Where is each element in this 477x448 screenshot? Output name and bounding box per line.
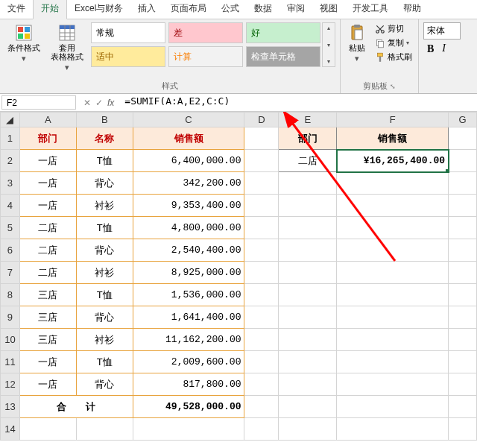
col-header-D[interactable]: D xyxy=(244,113,279,127)
cell-C8[interactable]: 1,536,000.00 xyxy=(133,284,244,306)
row-header-8[interactable]: 8 xyxy=(1,284,20,306)
row-header-11[interactable]: 11 xyxy=(1,351,20,373)
tab-help[interactable]: 帮助 xyxy=(396,0,429,19)
cell-C7[interactable]: 8,925,000.00 xyxy=(133,262,244,283)
cell-C5[interactable]: 4,800,000.00 xyxy=(133,217,244,239)
col-header-E[interactable]: E xyxy=(279,113,337,127)
cell-A3[interactable]: 一店 xyxy=(20,172,76,194)
col-header-B[interactable]: B xyxy=(76,113,133,127)
tab-layout[interactable]: 页面布局 xyxy=(163,0,214,19)
cell-B12[interactable]: 背心 xyxy=(77,373,133,395)
italic-button[interactable]: I xyxy=(439,42,449,56)
row-header-14[interactable]: 14 xyxy=(1,418,20,441)
cell-C3[interactable]: 342,200.00 xyxy=(133,172,244,194)
cell-A7[interactable]: 二店 xyxy=(20,262,76,283)
tab-formulas[interactable]: 公式 xyxy=(214,0,247,19)
tab-file[interactable]: 文件 xyxy=(0,0,33,19)
cell-A1[interactable]: 部门 xyxy=(20,127,76,149)
conditional-format-button[interactable]: 条件格式▾ xyxy=(4,22,43,64)
cell-A6[interactable]: 二店 xyxy=(20,239,76,261)
row-header-5[interactable]: 5 xyxy=(1,217,20,239)
cell-styles-gallery[interactable]: 常规 差 好 适中 计算 检查单元格 xyxy=(91,22,320,67)
cell-C1[interactable]: 销售额 xyxy=(133,127,244,149)
tab-dev[interactable]: 开发工具 xyxy=(345,0,396,19)
tab-view[interactable]: 视图 xyxy=(312,0,345,19)
fx-icon[interactable]: fx xyxy=(107,98,114,108)
cell-A11[interactable]: 一店 xyxy=(20,351,76,373)
style-bad[interactable]: 差 xyxy=(168,22,243,43)
style-good[interactable]: 好 xyxy=(246,22,320,43)
tab-home[interactable]: 开始 xyxy=(33,0,67,19)
cell-A13[interactable]: 合 计 xyxy=(20,396,133,417)
cell-A10[interactable]: 三店 xyxy=(20,329,76,350)
cell-A2[interactable]: 一店 xyxy=(20,150,76,171)
name-box[interactable] xyxy=(1,95,76,110)
cell-B7[interactable]: 衬衫 xyxy=(77,262,133,283)
col-header-F[interactable]: F xyxy=(337,113,449,127)
cell-B1[interactable]: 名称 xyxy=(77,127,133,149)
cell-C2[interactable]: 6,400,000.00 xyxy=(133,150,244,171)
row-header-13[interactable]: 13 xyxy=(1,396,20,418)
cell-G2[interactable] xyxy=(449,150,476,171)
row-header-3[interactable]: 3 xyxy=(1,172,20,195)
row-header-12[interactable]: 12 xyxy=(1,373,20,396)
font-name-select[interactable]: 宋体 xyxy=(423,22,461,40)
cell-E1[interactable]: 部门 xyxy=(279,127,336,149)
cell-C11[interactable]: 2,009,600.00 xyxy=(133,351,244,373)
cell-D2[interactable] xyxy=(244,150,278,171)
cell-C4[interactable]: 9,353,400.00 xyxy=(133,195,244,216)
formula-input[interactable]: =SUMIF(A:A,E2,C:C) xyxy=(120,94,477,111)
cell-B4[interactable]: 衬衫 xyxy=(77,195,133,216)
cell-C12[interactable]: 817,800.00 xyxy=(133,373,244,395)
style-neutral[interactable]: 适中 xyxy=(91,46,165,67)
worksheet[interactable]: ◢ A B C D E F G 1 部门 名称 销售额 部门 销售额 2 一店 … xyxy=(0,112,477,441)
cell-B5[interactable]: T恤 xyxy=(77,217,133,239)
cell-B11[interactable]: T恤 xyxy=(77,351,133,373)
style-normal[interactable]: 常规 xyxy=(91,22,165,43)
paste-button[interactable]: 粘贴▾ xyxy=(345,22,369,64)
style-check[interactable]: 检查单元格 xyxy=(246,46,320,67)
bold-button[interactable]: B xyxy=(423,42,437,56)
cell-B8[interactable]: T恤 xyxy=(77,284,133,306)
col-header-C[interactable]: C xyxy=(133,113,244,127)
cell-B10[interactable]: 衬衫 xyxy=(77,329,133,350)
format-painter-button[interactable]: 格式刷 xyxy=(373,51,414,63)
cell-C6[interactable]: 2,540,400.00 xyxy=(133,239,244,261)
cell-A5[interactable]: 二店 xyxy=(20,217,76,239)
select-all-corner[interactable]: ◢ xyxy=(1,113,20,127)
row-header-1[interactable]: 1 xyxy=(1,127,20,150)
cell-F2[interactable]: ¥16,265,400.00 xyxy=(337,150,448,171)
cut-button[interactable]: 剪切 xyxy=(373,22,414,35)
cell-B2[interactable]: T恤 xyxy=(77,150,133,171)
tab-review[interactable]: 审阅 xyxy=(279,0,312,19)
col-header-A[interactable]: A xyxy=(19,113,76,127)
row-header-10[interactable]: 10 xyxy=(1,329,20,351)
table-format-button[interactable]: 套用 表格格式▾ xyxy=(48,22,86,73)
cell-G1[interactable] xyxy=(449,127,476,149)
row-header-4[interactable]: 4 xyxy=(1,195,20,217)
cell-C13[interactable]: 49,528,000.00 xyxy=(133,396,244,417)
cell-B9[interactable]: 背心 xyxy=(77,306,133,328)
cell-B6[interactable]: 背心 xyxy=(77,239,133,261)
row-header-9[interactable]: 9 xyxy=(1,306,20,329)
cell-B3[interactable]: 背心 xyxy=(77,172,133,194)
cell-D1[interactable] xyxy=(244,127,278,149)
cell-A12[interactable]: 一店 xyxy=(20,373,76,395)
row-header-7[interactable]: 7 xyxy=(1,262,20,284)
copy-button[interactable]: 复制▾ xyxy=(373,37,414,49)
row-header-2[interactable]: 2 xyxy=(1,150,20,172)
col-header-G[interactable]: G xyxy=(449,113,477,127)
cell-A9[interactable]: 三店 xyxy=(20,306,76,328)
styles-more-button[interactable]: ▴▾▾ xyxy=(322,22,335,67)
cell-C10[interactable]: 11,162,200.00 xyxy=(133,329,244,350)
style-calc[interactable]: 计算 xyxy=(168,46,243,67)
cell-F1[interactable]: 销售额 xyxy=(337,127,448,149)
cell-A8[interactable]: 三店 xyxy=(20,284,76,306)
tab-insert[interactable]: 插入 xyxy=(130,0,163,19)
cell-A4[interactable]: 一店 xyxy=(20,195,76,216)
cell-C9[interactable]: 1,641,400.00 xyxy=(133,306,244,328)
accept-formula-icon[interactable]: ✓ xyxy=(95,98,103,108)
tab-excelfin[interactable]: Excel与财务 xyxy=(67,0,130,19)
row-header-6[interactable]: 6 xyxy=(1,239,20,262)
cancel-formula-icon[interactable]: ✕ xyxy=(83,98,91,108)
